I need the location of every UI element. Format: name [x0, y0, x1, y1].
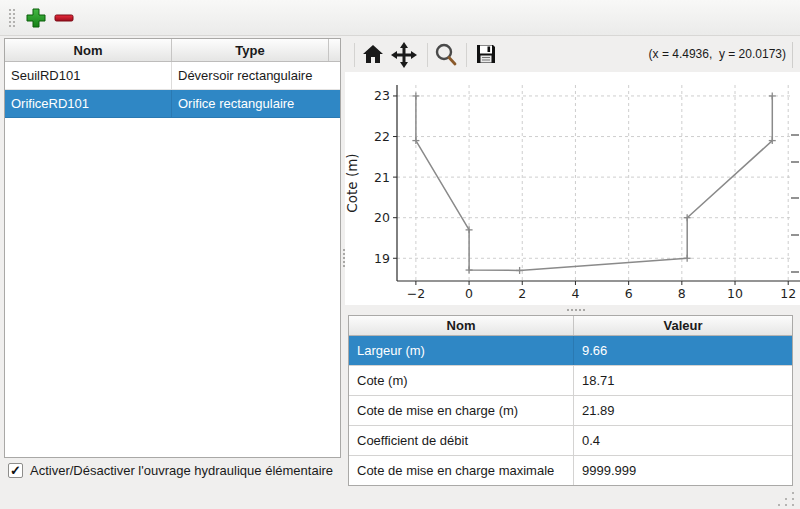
property-value[interactable]: 21.89: [574, 396, 792, 425]
cross-section-plot[interactable]: −20246810121920212223Cote (m): [345, 72, 800, 305]
plot-toolbar: (x = 4.4936, y = 20.0173): [345, 38, 800, 72]
remove-button[interactable]: [52, 6, 76, 30]
y-tick-label: 23: [374, 88, 390, 103]
zoom-button[interactable]: [433, 42, 459, 68]
y-tick-label: 20: [374, 210, 390, 225]
x-tick-label: 8: [678, 286, 686, 301]
property-name: Cote de mise en charge maximale: [349, 456, 574, 485]
toolbar-separator: [354, 43, 355, 67]
property-value[interactable]: 9.66: [574, 336, 792, 365]
y-axis-label: Cote (m): [345, 153, 360, 212]
property-name: Cote (m): [349, 366, 574, 395]
property-name: Cote de mise en charge (m): [349, 396, 574, 425]
structure-name[interactable]: OrificeRD101: [5, 90, 172, 118]
enable-structure-checkbox[interactable]: ✓: [8, 463, 23, 478]
enable-structure-row[interactable]: ✓ Activer/Désactiver l'ouvrage hydrauliq…: [8, 463, 333, 478]
column-header-filler: [329, 39, 340, 61]
add-button[interactable]: [24, 6, 48, 30]
property-value[interactable]: 0.4: [574, 426, 792, 455]
properties-table-header: Nom Valeur: [349, 316, 792, 336]
zoom-icon: [433, 42, 459, 68]
x-tick-label: 2: [518, 286, 526, 301]
property-row[interactable]: Coefficient de débit0.4: [349, 426, 792, 456]
profile-chart[interactable]: −20246810121920212223Cote (m): [345, 72, 800, 305]
x-tick-label: −2: [407, 286, 425, 301]
property-row[interactable]: Cote de mise en charge (m)21.89: [349, 396, 792, 426]
y-tick-label: 21: [374, 170, 390, 185]
structures-table-header: Nom Type: [5, 39, 340, 62]
window-resize-grip[interactable]: [792, 492, 794, 494]
cursor-coordinates: (x = 4.4936, y = 20.0173): [649, 47, 786, 61]
property-row[interactable]: Cote de mise en charge maximale9999.999: [349, 456, 792, 485]
save-button[interactable]: [473, 42, 499, 68]
structure-row[interactable]: SeuilRD101Déversoir rectangulaire: [5, 62, 340, 90]
structures-table: Nom Type SeuilRD101Déversoir rectangulai…: [4, 38, 341, 458]
structure-type[interactable]: Orifice rectangulaire: [172, 90, 340, 118]
structure-type[interactable]: Déversoir rectangulaire: [172, 62, 340, 90]
toolbar-drag-handle[interactable]: [9, 9, 11, 11]
property-value[interactable]: 9999.999: [574, 456, 792, 485]
property-name: Coefficient de débit: [349, 426, 574, 455]
y-tick-label: 22: [374, 129, 390, 144]
x-tick-label: 4: [571, 286, 579, 301]
x-tick-label: 10: [727, 286, 743, 301]
home-icon: [361, 42, 385, 66]
horizontal-splitter[interactable]: [345, 305, 800, 315]
property-row[interactable]: Cote (m)18.71: [349, 366, 792, 396]
minus-icon: [52, 6, 76, 30]
pan-icon: [391, 42, 417, 68]
properties-table: Nom Valeur Largeur (m)9.66Cote (m)18.71C…: [348, 315, 793, 486]
column-header-nom[interactable]: Nom: [349, 316, 574, 335]
save-icon: [474, 42, 498, 66]
enable-structure-label: Activer/Désactiver l'ouvrage hydraulique…: [30, 463, 333, 478]
x-tick-label: 0: [465, 286, 473, 301]
x-tick-label: 6: [625, 286, 633, 301]
pan-button[interactable]: [391, 42, 417, 68]
structure-name[interactable]: SeuilRD101: [5, 62, 172, 90]
y-tick-label: 19: [374, 251, 390, 266]
column-header-valeur[interactable]: Valeur: [574, 316, 792, 335]
x-tick-label: 12: [780, 286, 796, 301]
app-window: Nom Type SeuilRD101Déversoir rectangulai…: [0, 0, 800, 509]
toolbar-separator: [792, 42, 793, 68]
property-name: Largeur (m): [349, 336, 574, 365]
column-header-type[interactable]: Type: [172, 39, 329, 61]
horizontal-splitter-handle[interactable]: [567, 309, 569, 311]
column-header-nom[interactable]: Nom: [5, 39, 172, 61]
property-row[interactable]: Largeur (m)9.66: [349, 336, 792, 366]
property-value[interactable]: 18.71: [574, 366, 792, 395]
structure-row[interactable]: OrificeRD101Orifice rectangulaire: [5, 90, 340, 118]
toolbar-separator: [466, 43, 467, 67]
toolbar-separator: [427, 43, 428, 67]
home-button[interactable]: [360, 42, 386, 68]
plus-icon: [24, 6, 48, 30]
top-toolbar: [0, 0, 800, 36]
